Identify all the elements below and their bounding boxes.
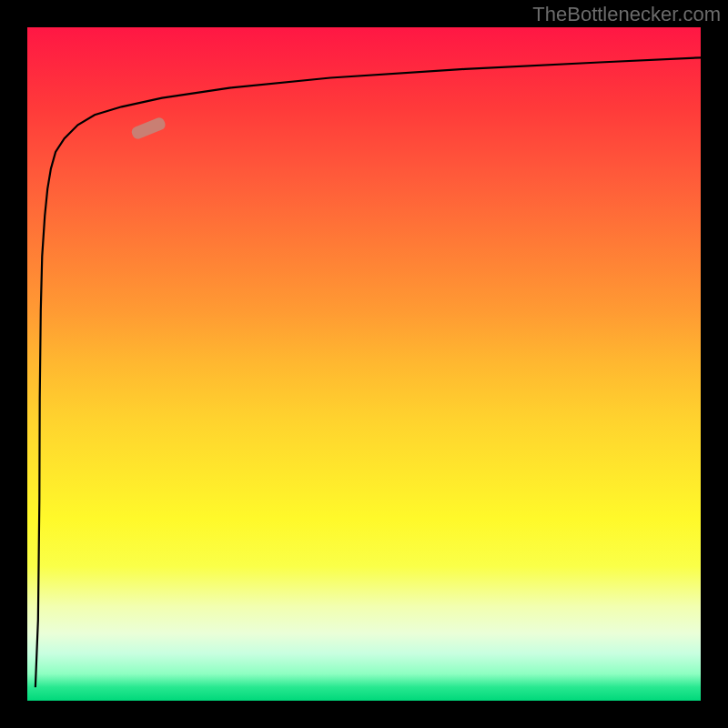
chart-plot-area [27,27,701,701]
watermark-text: TheBottlenecker.com [532,3,721,26]
